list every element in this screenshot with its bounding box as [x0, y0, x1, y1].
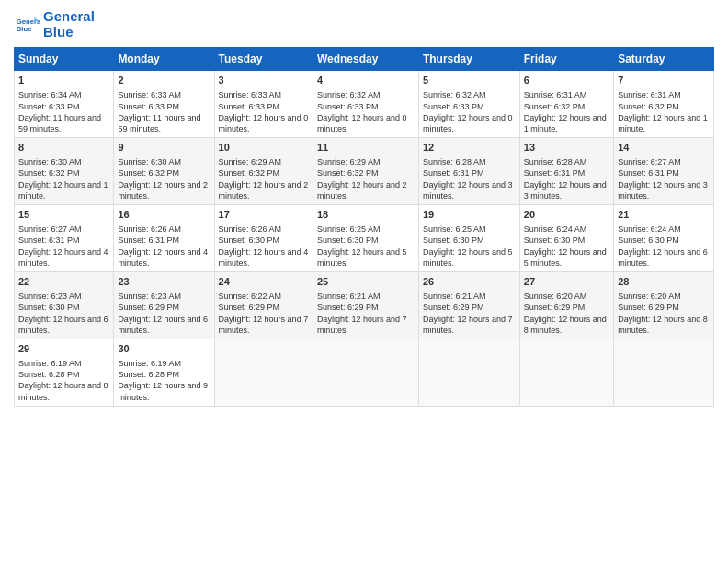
day-number: 17: [219, 208, 309, 222]
cell-1-2: 2Sunrise: 6:33 AM Sunset: 6:33 PM Daylig…: [114, 71, 214, 138]
cell-2-2: 9Sunrise: 6:30 AM Sunset: 6:32 PM Daylig…: [114, 137, 214, 204]
day-number: 13: [524, 141, 609, 155]
cell-1-1: 1Sunrise: 6:34 AM Sunset: 6:33 PM Daylig…: [15, 71, 114, 138]
day-number: 6: [524, 74, 609, 87]
cell-info: Sunrise: 6:25 AM Sunset: 6:30 PM Dayligh…: [423, 224, 516, 269]
week-row-1: 1Sunrise: 6:34 AM Sunset: 6:33 PM Daylig…: [15, 71, 714, 138]
cell-1-3: 3Sunrise: 6:33 AM Sunset: 6:33 PM Daylig…: [214, 71, 313, 138]
cell-info: Sunrise: 6:31 AM Sunset: 6:32 PM Dayligh…: [524, 89, 609, 134]
week-row-3: 15Sunrise: 6:27 AM Sunset: 6:31 PM Dayli…: [15, 204, 714, 271]
cell-2-4: 11Sunrise: 6:29 AM Sunset: 6:32 PM Dayli…: [313, 137, 418, 204]
day-number: 5: [423, 74, 516, 87]
cell-1-4: 4Sunrise: 6:32 AM Sunset: 6:33 PM Daylig…: [313, 71, 418, 138]
svg-text:General: General: [17, 17, 40, 25]
day-number: 22: [18, 275, 109, 289]
cell-2-1: 8Sunrise: 6:30 AM Sunset: 6:32 PM Daylig…: [15, 137, 114, 204]
day-number: 21: [618, 208, 710, 222]
day-number: 7: [618, 74, 710, 87]
cell-info: Sunrise: 6:24 AM Sunset: 6:30 PM Dayligh…: [524, 224, 609, 269]
cell-info: Sunrise: 6:25 AM Sunset: 6:30 PM Dayligh…: [317, 224, 415, 269]
cell-5-5: [418, 339, 519, 406]
cell-info: Sunrise: 6:29 AM Sunset: 6:32 PM Dayligh…: [219, 156, 309, 201]
cell-info: Sunrise: 6:23 AM Sunset: 6:29 PM Dayligh…: [118, 291, 210, 336]
cell-info: Sunrise: 6:26 AM Sunset: 6:30 PM Dayligh…: [219, 224, 309, 269]
day-number: 9: [118, 141, 210, 155]
day-number: 1: [18, 74, 109, 87]
day-number: 20: [524, 208, 609, 222]
col-header-friday: Friday: [519, 48, 613, 71]
cell-3-4: 18Sunrise: 6:25 AM Sunset: 6:30 PM Dayli…: [313, 204, 418, 271]
cell-1-7: 7Sunrise: 6:31 AM Sunset: 6:32 PM Daylig…: [614, 71, 714, 138]
day-number: 19: [423, 208, 516, 222]
day-number: 24: [219, 275, 309, 289]
cell-info: Sunrise: 6:27 AM Sunset: 6:31 PM Dayligh…: [618, 156, 710, 201]
cell-info: Sunrise: 6:34 AM Sunset: 6:33 PM Dayligh…: [18, 89, 109, 134]
day-number: 10: [219, 141, 309, 155]
cell-info: Sunrise: 6:19 AM Sunset: 6:28 PM Dayligh…: [18, 358, 109, 403]
cell-3-2: 16Sunrise: 6:26 AM Sunset: 6:31 PM Dayli…: [114, 204, 214, 271]
cell-2-5: 12Sunrise: 6:28 AM Sunset: 6:31 PM Dayli…: [418, 137, 519, 204]
cell-3-6: 20Sunrise: 6:24 AM Sunset: 6:30 PM Dayli…: [519, 204, 613, 271]
col-header-saturday: Saturday: [614, 48, 714, 71]
day-number: 15: [18, 208, 109, 222]
cell-1-5: 5Sunrise: 6:32 AM Sunset: 6:33 PM Daylig…: [418, 71, 519, 138]
cell-info: Sunrise: 6:21 AM Sunset: 6:29 PM Dayligh…: [423, 291, 516, 336]
cell-info: Sunrise: 6:32 AM Sunset: 6:33 PM Dayligh…: [423, 89, 516, 134]
cell-info: Sunrise: 6:28 AM Sunset: 6:31 PM Dayligh…: [524, 156, 609, 201]
cell-5-6: [519, 339, 613, 406]
day-number: 28: [618, 275, 710, 289]
cell-4-6: 27Sunrise: 6:20 AM Sunset: 6:29 PM Dayli…: [519, 271, 613, 339]
cell-5-2: 30Sunrise: 6:19 AM Sunset: 6:28 PM Dayli…: [114, 339, 214, 406]
day-number: 27: [524, 275, 609, 289]
cell-5-7: [614, 339, 714, 406]
cell-4-1: 22Sunrise: 6:23 AM Sunset: 6:30 PM Dayli…: [15, 271, 114, 339]
header-row: SundayMondayTuesdayWednesdayThursdayFrid…: [15, 48, 714, 71]
col-header-wednesday: Wednesday: [313, 48, 418, 71]
cell-2-7: 14Sunrise: 6:27 AM Sunset: 6:31 PM Dayli…: [614, 137, 714, 204]
calendar-table: SundayMondayTuesdayWednesdayThursdayFrid…: [14, 47, 714, 407]
day-number: 18: [317, 208, 415, 222]
cell-info: Sunrise: 6:27 AM Sunset: 6:31 PM Dayligh…: [18, 224, 109, 269]
cell-4-3: 24Sunrise: 6:22 AM Sunset: 6:29 PM Dayli…: [214, 271, 313, 339]
day-number: 11: [317, 141, 415, 155]
col-header-monday: Monday: [114, 48, 214, 71]
cell-5-3: [214, 339, 313, 406]
cell-info: Sunrise: 6:20 AM Sunset: 6:29 PM Dayligh…: [618, 291, 710, 336]
col-header-sunday: Sunday: [15, 48, 114, 71]
cell-3-1: 15Sunrise: 6:27 AM Sunset: 6:31 PM Dayli…: [15, 204, 114, 271]
day-number: 2: [118, 74, 210, 87]
week-row-4: 22Sunrise: 6:23 AM Sunset: 6:30 PM Dayli…: [15, 271, 714, 339]
cell-3-3: 17Sunrise: 6:26 AM Sunset: 6:30 PM Dayli…: [214, 204, 313, 271]
cell-5-1: 29Sunrise: 6:19 AM Sunset: 6:28 PM Dayli…: [15, 339, 114, 406]
cell-info: Sunrise: 6:33 AM Sunset: 6:33 PM Dayligh…: [118, 89, 210, 134]
day-number: 14: [618, 141, 710, 155]
header: General Blue General Blue: [14, 9, 714, 40]
cell-1-6: 6Sunrise: 6:31 AM Sunset: 6:32 PM Daylig…: [519, 71, 613, 138]
cell-4-5: 26Sunrise: 6:21 AM Sunset: 6:29 PM Dayli…: [418, 271, 519, 339]
col-header-tuesday: Tuesday: [214, 48, 313, 71]
day-number: 8: [18, 141, 109, 155]
cell-info: Sunrise: 6:32 AM Sunset: 6:33 PM Dayligh…: [317, 89, 415, 134]
logo-blue: Blue: [43, 25, 95, 40]
cell-2-3: 10Sunrise: 6:29 AM Sunset: 6:32 PM Dayli…: [214, 137, 313, 204]
cell-info: Sunrise: 6:30 AM Sunset: 6:32 PM Dayligh…: [18, 156, 109, 201]
day-number: 29: [18, 342, 109, 356]
cell-info: Sunrise: 6:22 AM Sunset: 6:29 PM Dayligh…: [219, 291, 309, 336]
logo: General Blue General Blue: [14, 9, 95, 40]
day-number: 12: [423, 141, 516, 155]
cell-5-4: [313, 339, 418, 406]
col-header-thursday: Thursday: [418, 48, 519, 71]
cell-3-5: 19Sunrise: 6:25 AM Sunset: 6:30 PM Dayli…: [418, 204, 519, 271]
cell-info: Sunrise: 6:28 AM Sunset: 6:31 PM Dayligh…: [423, 156, 516, 201]
cell-info: Sunrise: 6:23 AM Sunset: 6:30 PM Dayligh…: [18, 291, 109, 336]
cell-info: Sunrise: 6:19 AM Sunset: 6:28 PM Dayligh…: [118, 358, 210, 403]
logo-text: General: [43, 9, 95, 25]
cell-info: Sunrise: 6:20 AM Sunset: 6:29 PM Dayligh…: [524, 291, 609, 336]
logo-icon: General Blue: [14, 12, 40, 38]
cell-info: Sunrise: 6:24 AM Sunset: 6:30 PM Dayligh…: [618, 224, 710, 269]
day-number: 26: [423, 275, 516, 289]
day-number: 4: [317, 74, 415, 87]
cell-info: Sunrise: 6:21 AM Sunset: 6:29 PM Dayligh…: [317, 291, 415, 336]
cell-3-7: 21Sunrise: 6:24 AM Sunset: 6:30 PM Dayli…: [614, 204, 714, 271]
day-number: 25: [317, 275, 415, 289]
